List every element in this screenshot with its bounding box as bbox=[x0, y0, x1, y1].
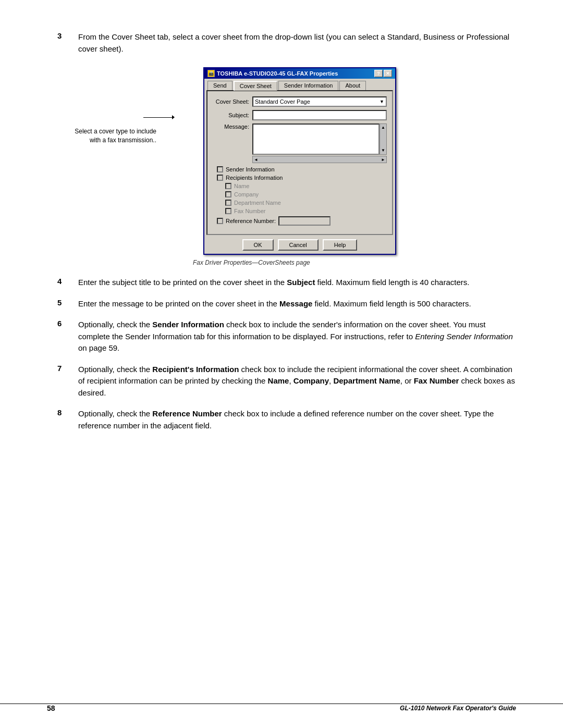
subject-input[interactable] bbox=[252, 110, 387, 120]
dialog-content: Cover Sheet: Standard Cover Page ▼ Subje… bbox=[206, 90, 393, 235]
cover-sheet-dropdown[interactable]: Standard Cover Page ▼ bbox=[252, 96, 387, 107]
side-note-line2: with a fax transmission. bbox=[90, 137, 155, 144]
ref-row: Reference Number: bbox=[217, 216, 387, 226]
name-checkbox[interactable] bbox=[225, 183, 231, 189]
step-3-block: 3 From the Cover Sheet tab, select a cov… bbox=[57, 31, 516, 55]
side-note-line1: Select a cover type to include bbox=[75, 128, 156, 135]
company-label: Company bbox=[234, 191, 259, 198]
message-row: Message: ▲ ▼ ◄ bbox=[213, 124, 387, 163]
step-6-bold: Sender Information bbox=[152, 320, 224, 329]
page-footer: 58 GL-1010 Network Fax Operator's Guide bbox=[0, 704, 563, 712]
step-5-text: Enter the message to be printed on the c… bbox=[78, 298, 516, 310]
message-textarea-area: ▲ ▼ bbox=[252, 124, 387, 155]
step-7-bold4: Department Name bbox=[333, 376, 400, 385]
subject-row: Subject: bbox=[213, 110, 387, 120]
close-button[interactable]: ✕ bbox=[384, 70, 392, 77]
ref-label: Reference Number: bbox=[226, 218, 276, 224]
fax-properties-dialog[interactable]: 📠 TOSHIBA e-STUDIO20-45 GL-FAX Propertie… bbox=[203, 67, 396, 255]
step-6-italic: Entering Sender Information bbox=[415, 332, 513, 341]
step-4-number: 4 bbox=[57, 277, 68, 289]
cover-sheet-label: Cover Sheet: bbox=[213, 98, 249, 105]
cover-sheet-row: Cover Sheet: Standard Cover Page ▼ bbox=[213, 96, 387, 107]
tab-cover-sheet[interactable]: Cover Sheet bbox=[234, 81, 277, 91]
dept-row: Department Name bbox=[225, 200, 387, 206]
dialog-titlebar: 📠 TOSHIBA e-STUDIO20-45 GL-FAX Propertie… bbox=[204, 68, 395, 79]
recipients-info-label: Recipients Information bbox=[226, 175, 283, 181]
step-7-bold3: Company bbox=[293, 376, 329, 385]
ref-input[interactable] bbox=[278, 216, 331, 226]
name-row: Name bbox=[225, 183, 387, 189]
step-5-block: 5 Enter the message to be printed on the… bbox=[57, 298, 516, 310]
help-button[interactable]: ? bbox=[374, 70, 383, 77]
message-label: Message: bbox=[213, 124, 249, 130]
step-5-number: 5 bbox=[57, 298, 68, 310]
step-4-bold: Subject bbox=[287, 278, 315, 287]
subject-label: Subject: bbox=[213, 112, 249, 118]
cancel-button[interactable]: Cancel bbox=[278, 239, 319, 251]
step-7-number: 7 bbox=[57, 364, 68, 399]
name-label: Name bbox=[234, 183, 249, 189]
dropdown-arrow-icon: ▼ bbox=[380, 99, 384, 104]
dialog-area: Select a cover type to include with a fa… bbox=[57, 67, 516, 255]
sender-info-row: Sender Information bbox=[217, 166, 387, 172]
step-8-text: Optionally, check the Reference Number c… bbox=[78, 408, 516, 431]
step-7-text: Optionally, check the Recipient's Inform… bbox=[78, 364, 516, 399]
page-number: 58 bbox=[47, 704, 55, 712]
step-7-bold2: Name bbox=[268, 376, 289, 385]
sender-info-checkbox[interactable] bbox=[217, 166, 223, 172]
tab-about[interactable]: About bbox=[339, 81, 366, 90]
tab-sender-information[interactable]: Sender Information bbox=[278, 81, 339, 90]
sender-info-label: Sender Information bbox=[226, 166, 275, 172]
fax-checkbox[interactable] bbox=[225, 208, 231, 214]
side-note: Select a cover type to include with a fa… bbox=[57, 96, 162, 145]
fax-row: Fax Number bbox=[225, 208, 387, 214]
dialog-caption: Fax Driver Properties—CoverSheets page bbox=[193, 259, 516, 266]
tab-send[interactable]: Send bbox=[207, 81, 232, 90]
dialog-icon: 📠 bbox=[207, 70, 215, 77]
recipients-info-checkbox[interactable] bbox=[217, 175, 223, 181]
company-row: Company bbox=[225, 191, 387, 198]
company-checkbox[interactable] bbox=[225, 191, 231, 198]
dept-checkbox[interactable] bbox=[225, 200, 231, 206]
cover-sheet-value: Standard Cover Page bbox=[255, 98, 310, 105]
step-6-block: 6 Optionally, check the Sender Informati… bbox=[57, 319, 516, 354]
step-7-block: 7 Optionally, check the Recipient's Info… bbox=[57, 364, 516, 399]
ok-button[interactable]: OK bbox=[242, 239, 274, 251]
step-3-number: 3 bbox=[57, 31, 68, 55]
footer-title: GL-1010 Network Fax Operator's Guide bbox=[400, 705, 516, 712]
message-input[interactable] bbox=[252, 124, 380, 155]
ref-checkbox[interactable] bbox=[217, 218, 223, 224]
step-4-text: Enter the subject title to be printed on… bbox=[78, 277, 516, 289]
step-8-number: 8 bbox=[57, 408, 68, 431]
recipients-info-row: Recipients Information bbox=[217, 175, 387, 181]
step-6-number: 6 bbox=[57, 319, 68, 354]
step-3-text: From the Cover Sheet tab, select a cover… bbox=[78, 31, 516, 55]
step-7-bold5: Fax Number bbox=[414, 376, 459, 385]
window-controls: ? ✕ bbox=[374, 70, 392, 77]
step-8-block: 8 Optionally, check the Reference Number… bbox=[57, 408, 516, 431]
step-8-bold: Reference Number bbox=[152, 409, 222, 418]
page: 3 From the Cover Sheet tab, select a cov… bbox=[0, 0, 563, 728]
step-5-bold: Message bbox=[279, 299, 312, 308]
dept-label: Department Name bbox=[234, 200, 281, 206]
help-dialog-button[interactable]: Help bbox=[323, 239, 358, 251]
dialog-title: 📠 TOSHIBA e-STUDIO20-45 GL-FAX Propertie… bbox=[207, 70, 338, 77]
step-7-bold1: Recipient's Information bbox=[152, 365, 239, 374]
dialog-buttons: OK Cancel Help bbox=[204, 237, 395, 254]
fax-label: Fax Number bbox=[234, 208, 266, 214]
step-6-text: Optionally, check the Sender Information… bbox=[78, 319, 516, 354]
dialog-tabs: Send Cover Sheet Sender Information Abou… bbox=[204, 79, 395, 90]
step-4-block: 4 Enter the subject title to be printed … bbox=[57, 277, 516, 289]
